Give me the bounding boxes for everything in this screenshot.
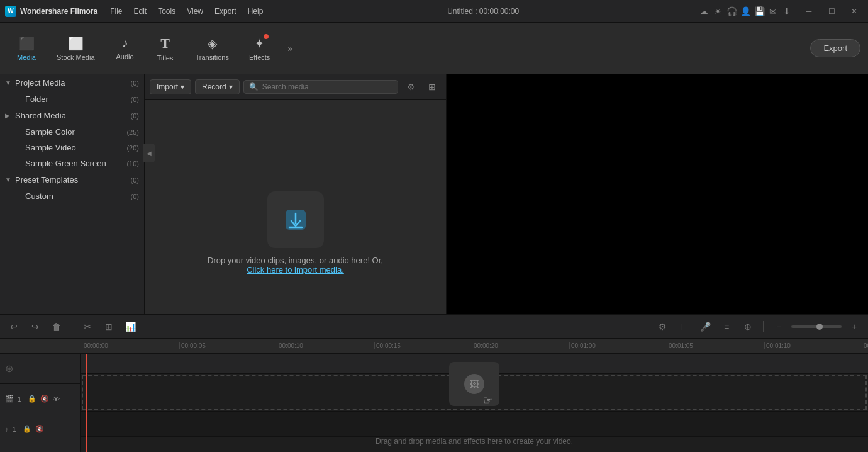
project-media-item[interactable]: ▼ Project Media (0) [0,74,144,91]
drop-icon-box [267,191,324,248]
audio-meter-button[interactable]: 📊 [121,318,139,336]
import-button[interactable]: Import ▾ [150,79,191,94]
export-button[interactable]: Export [810,39,860,57]
transitions-icon: ◈ [208,36,217,51]
app-name: Wondershare Filmora [20,7,97,16]
folder-item[interactable]: Folder (0) [20,91,144,107]
lock-icon[interactable]: 🔒 [28,395,36,403]
split-button[interactable]: ⊢ [675,318,693,336]
playhead[interactable] [86,354,87,452]
ruler-mark-1: 00:00:05 [179,342,277,349]
track-2-label: ♪ 1 🔒 🔇 [0,414,80,444]
folder-count: (0) [131,96,139,103]
cursor-hand-icon: ☞ [483,393,493,407]
grid-icon[interactable]: ⊞ [423,78,441,96]
ruler-mark-4: 00:00:20 [472,342,569,349]
add-track-button[interactable]: ⊕ [739,318,757,336]
system-icons: ☁ ☀ 🎧 👤 💾 ✉ ⬇ [698,6,793,17]
undo-button[interactable]: ↩ [5,318,23,336]
toolbar-stock-media[interactable]: ⬜ Stock Media [48,31,104,66]
folder-group: Folder (0) [0,91,144,107]
cloud-icon[interactable]: ☁ [698,6,709,17]
custom-item[interactable]: Custom (0) [20,188,144,204]
eye-icon[interactable]: 👁 [53,395,60,403]
panel-collapse-button[interactable]: ◀ [143,144,155,162]
menu-tools[interactable]: Tools [153,4,181,18]
record-chevron-icon: ▾ [229,82,233,91]
snap-button[interactable]: ≡ [718,318,735,336]
toolbar-audio[interactable]: ♪ Audio [106,31,144,65]
filter-icon[interactable]: ⚙ [402,78,420,96]
toolbar-transitions[interactable]: ◈ Transitions [187,31,238,66]
maximize-button[interactable]: ☐ [823,4,840,18]
minimize-button[interactable]: ─ [800,4,818,18]
effects-label: Effects [249,54,270,61]
zoom-area [791,325,842,328]
sample-color-item[interactable]: Sample Color (25) [20,124,144,140]
toolbar-effects[interactable]: ✦ Effects [240,31,279,66]
sample-video-item[interactable]: Sample Video (20) [20,140,144,155]
delete-button[interactable]: 🗑 [48,318,65,336]
menu-export[interactable]: Export [209,4,242,18]
toolbar-media[interactable]: ⬛ Media [8,31,45,66]
headset-icon[interactable]: 🎧 [726,6,737,17]
user-icon[interactable]: 👤 [740,6,751,17]
transitions-label: Transitions [196,54,229,61]
preset-templates-item[interactable]: ▼ Preset Templates (0) [0,171,144,188]
sample-green-screen-group: Sample Green Screen (10) [0,155,144,171]
preset-templates-count: (0) [131,176,139,184]
toolbar-titles[interactable]: T Titles [147,30,184,67]
audio-drop-zone[interactable] [81,412,868,437]
folder-label: Folder [25,94,128,104]
track-labels: ⊕ 🎬 1 🔒 🔇 👁 ♪ 1 🔒 🔇 [0,354,81,452]
ruler-mark-5: 00:01:00 [569,342,667,349]
sample-color-label: Sample Color [25,127,124,137]
sample-video-group: Sample Video (20) [0,140,144,155]
sun-icon[interactable]: ☀ [712,6,723,17]
audio-lock-icon[interactable]: 🔒 [23,425,31,433]
audio-mute-icon[interactable]: 🔇 [35,425,44,433]
custom-label: Custom [25,191,128,201]
sample-green-screen-count: (10) [126,160,139,167]
menu-bar: File Edit Tools View Export Help [105,4,268,18]
zoom-out-button[interactable]: − [770,318,787,336]
preview-area [447,74,868,334]
menu-help[interactable]: Help [243,4,269,18]
zoom-in-button[interactable]: + [845,318,863,336]
search-box: 🔍 [243,80,398,94]
mic-button[interactable]: 🎤 [696,318,714,336]
import-link[interactable]: Click here to import media. [247,265,344,274]
audio-track-icon: ♪ [5,426,9,433]
drag-drop-hint: Drag and drop media and effects here to … [376,437,573,446]
shared-media-count: (0) [131,112,139,120]
download-icon[interactable]: ⬇ [781,6,793,17]
stock-media-label: Stock Media [57,54,95,61]
adjust-button[interactable]: ⊞ [100,318,118,336]
redo-button[interactable]: ↪ [26,318,44,336]
save-icon[interactable]: 💾 [754,6,765,17]
video-drop-zone[interactable]: 🖼 ☞ [81,374,868,412]
timeline-settings-icon[interactable]: ⚙ [654,318,671,336]
close-button[interactable]: ✕ [845,4,863,18]
track-1-add[interactable]: ⊕ [0,354,80,384]
menu-view[interactable]: View [182,4,208,18]
window-title: Untitled : 00:00:00:00 [268,7,698,16]
sample-green-screen-item[interactable]: Sample Green Screen (10) [20,155,144,171]
timeline: ↩ ↪ 🗑 ✂ ⊞ 📊 ⚙ ⊢ 🎤 ≡ ⊕ − + 00:00:00 00:00… [0,314,868,452]
cut-button[interactable]: ✂ [79,318,96,336]
menu-file[interactable]: File [105,4,127,18]
add-track-icon: ⊕ [5,363,13,375]
notification-icon[interactable]: ✉ [767,6,779,17]
search-input[interactable] [262,82,392,91]
sample-video-count: (20) [126,144,139,152]
titles-label: Titles [157,54,174,62]
menu-edit[interactable]: Edit [128,4,152,18]
shared-media-item[interactable]: ▶ Shared Media (0) [0,107,144,124]
mute-icon[interactable]: 🔇 [40,395,49,403]
video-track-icon: 🎬 [5,395,14,403]
toolbar-more-button[interactable]: » [281,40,299,57]
audio-icon: ♪ [122,36,128,50]
zoom-slider[interactable] [791,325,842,328]
shared-media-label: Shared Media [15,111,128,120]
record-button[interactable]: Record ▾ [195,79,240,94]
